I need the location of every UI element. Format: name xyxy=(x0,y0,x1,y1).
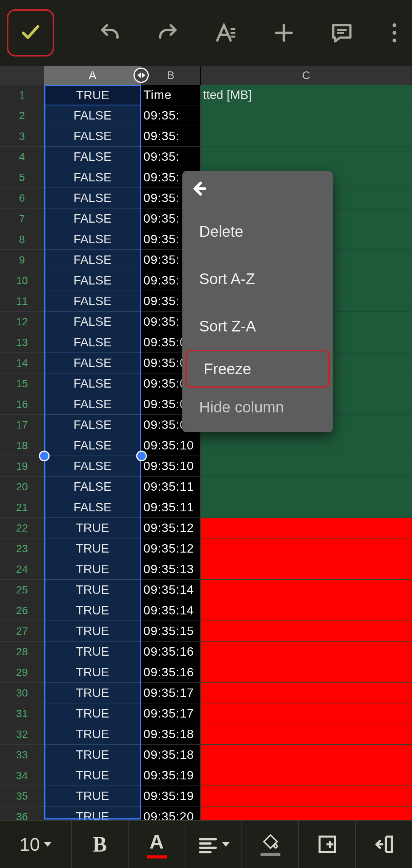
cell-b[interactable]: 09:35:14 xyxy=(141,600,201,621)
row-number[interactable]: 22 xyxy=(0,518,44,538)
row-number[interactable]: 33 xyxy=(0,745,44,765)
cell-b[interactable]: 09:35:12 xyxy=(141,518,201,538)
row-number[interactable]: 34 xyxy=(0,765,44,786)
row-number[interactable]: 4 xyxy=(0,147,44,167)
comment-button[interactable] xyxy=(329,20,355,46)
cell-c[interactable] xyxy=(201,497,412,518)
insert-column-button[interactable] xyxy=(356,821,412,868)
cell-b[interactable]: 09:35:17 xyxy=(141,703,201,724)
cell-a[interactable]: FALSE xyxy=(44,415,141,435)
row-number[interactable]: 5 xyxy=(0,167,44,188)
cell-c[interactable] xyxy=(201,765,412,786)
cell-c[interactable] xyxy=(201,642,412,662)
font-size-selector[interactable]: 10 xyxy=(0,821,72,868)
cell-a[interactable]: FALSE xyxy=(44,435,141,456)
cell-a[interactable]: FALSE xyxy=(44,105,141,126)
cell-c[interactable] xyxy=(201,786,412,807)
spreadsheet-grid[interactable]: 1TRUETimetted [MB]2FALSE09:35:3FALSE09:3… xyxy=(0,85,412,822)
cell-c[interactable] xyxy=(201,621,412,642)
menu-item-freeze[interactable]: Freeze xyxy=(185,350,330,388)
row-number[interactable]: 20 xyxy=(0,477,44,497)
cell-a[interactable]: FALSE xyxy=(44,270,141,291)
cell-a[interactable]: TRUE xyxy=(44,786,141,807)
cell-a[interactable]: TRUE xyxy=(44,662,141,683)
cell-a[interactable]: FALSE xyxy=(44,229,141,250)
row-number[interactable]: 30 xyxy=(0,683,44,703)
cell-c[interactable] xyxy=(201,435,412,456)
row-number[interactable]: 12 xyxy=(0,312,44,332)
cell-b[interactable]: 09:35:20 xyxy=(141,807,201,822)
menu-item-delete[interactable]: Delete xyxy=(182,208,333,255)
selection-handle-icon[interactable] xyxy=(39,451,50,461)
cell-a[interactable]: TRUE xyxy=(44,85,141,105)
cell-a[interactable]: FALSE xyxy=(44,312,141,332)
cell-c[interactable] xyxy=(201,600,412,621)
undo-button[interactable] xyxy=(97,20,123,46)
cell-c[interactable] xyxy=(201,126,412,147)
cell-b[interactable]: 09:35:16 xyxy=(141,642,201,662)
row-number[interactable]: 16 xyxy=(0,394,44,415)
cell-c[interactable] xyxy=(201,105,412,126)
row-number[interactable]: 15 xyxy=(0,373,44,394)
menu-item-hide-column[interactable]: Hide column xyxy=(182,388,333,419)
bold-button[interactable]: B xyxy=(72,821,129,868)
row-number[interactable]: 35 xyxy=(0,786,44,807)
row-number[interactable]: 14 xyxy=(0,353,44,373)
text-color-button[interactable]: A xyxy=(129,821,185,868)
row-number[interactable]: 2 xyxy=(0,105,44,126)
cell-c[interactable] xyxy=(201,559,412,580)
cell-a[interactable]: FALSE xyxy=(44,456,141,477)
cell-b[interactable]: 09:35:10 xyxy=(141,456,201,477)
row-number[interactable]: 21 xyxy=(0,497,44,518)
row-number[interactable]: 6 xyxy=(0,188,44,209)
cell-a[interactable]: FALSE xyxy=(44,147,141,167)
cell-b[interactable]: 09:35:13 xyxy=(141,559,201,580)
row-number[interactable]: 18 xyxy=(0,435,44,456)
cell-a[interactable]: FALSE xyxy=(44,188,141,209)
cell-a[interactable]: FALSE xyxy=(44,373,141,394)
column-header-c[interactable]: C xyxy=(201,66,412,85)
cell-c[interactable] xyxy=(201,745,412,765)
cell-b[interactable]: 09:35:11 xyxy=(141,477,201,497)
cell-a[interactable]: FALSE xyxy=(44,477,141,497)
row-number[interactable]: 31 xyxy=(0,703,44,724)
row-number[interactable]: 23 xyxy=(0,538,44,559)
cell-a[interactable]: TRUE xyxy=(44,745,141,765)
cell-c[interactable] xyxy=(201,538,412,559)
fill-color-button[interactable] xyxy=(242,821,299,868)
cell-a[interactable]: TRUE xyxy=(44,518,141,538)
row-number[interactable]: 28 xyxy=(0,642,44,662)
cell-a[interactable]: FALSE xyxy=(44,332,141,353)
row-number[interactable]: 17 xyxy=(0,415,44,435)
cell-b[interactable]: 09:35: xyxy=(141,105,201,126)
cell-b[interactable]: Time xyxy=(141,85,201,105)
cell-a[interactable]: FALSE xyxy=(44,209,141,229)
cell-a[interactable]: FALSE xyxy=(44,497,141,518)
row-number[interactable]: 8 xyxy=(0,229,44,250)
text-format-button[interactable] xyxy=(213,20,239,46)
cell-a[interactable]: TRUE xyxy=(44,538,141,559)
cell-a[interactable]: FALSE xyxy=(44,167,141,188)
cell-c[interactable] xyxy=(201,703,412,724)
row-number[interactable]: 9 xyxy=(0,250,44,270)
row-number[interactable]: 1 xyxy=(0,85,44,105)
cell-b[interactable]: 09:35: xyxy=(141,126,201,147)
cell-b[interactable]: 09:35:12 xyxy=(141,538,201,559)
select-all-corner[interactable] xyxy=(0,66,44,85)
cell-b[interactable]: 09:35:18 xyxy=(141,745,201,765)
menu-item-sort-za[interactable]: Sort Z-A xyxy=(182,302,333,350)
row-number[interactable]: 32 xyxy=(0,724,44,745)
redo-button[interactable] xyxy=(155,20,181,46)
row-number[interactable]: 7 xyxy=(0,209,44,229)
cell-a[interactable]: TRUE xyxy=(44,724,141,745)
cell-b[interactable]: 09:35:17 xyxy=(141,683,201,703)
row-number[interactable]: 3 xyxy=(0,126,44,147)
cell-b[interactable]: 09:35:15 xyxy=(141,621,201,642)
cell-a[interactable]: TRUE xyxy=(44,765,141,786)
cell-a[interactable]: TRUE xyxy=(44,807,141,822)
confirm-button[interactable] xyxy=(7,9,54,57)
column-resize-handle-icon[interactable] xyxy=(134,68,149,83)
menu-back-button[interactable] xyxy=(191,180,208,199)
selection-handle-icon[interactable] xyxy=(136,451,147,461)
cell-a[interactable]: FALSE xyxy=(44,250,141,270)
